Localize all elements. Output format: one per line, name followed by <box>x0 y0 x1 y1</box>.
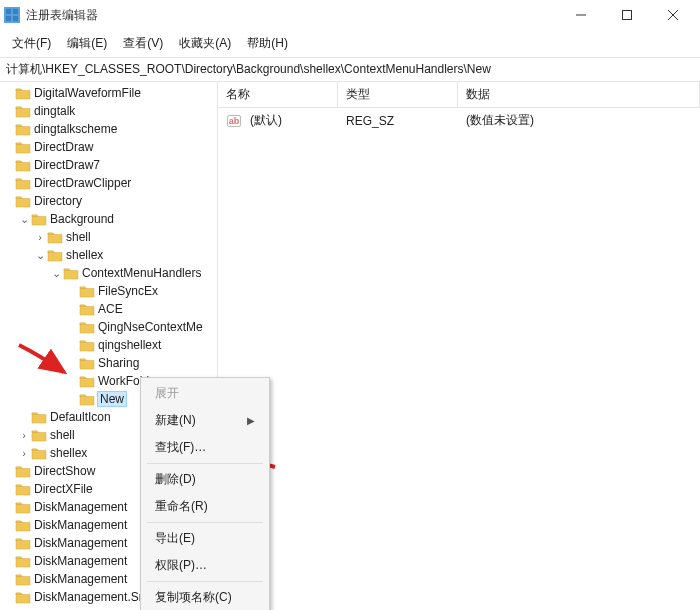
tree-node[interactable]: ›shell <box>0 228 217 246</box>
tree-node-label: Background <box>50 212 114 226</box>
column-type[interactable]: 类型 <box>338 82 458 107</box>
tree-node[interactable]: ⌄ContextMenuHandlers <box>0 264 217 282</box>
tree-node-label: FileSyncEx <box>98 284 158 298</box>
folder-icon <box>15 554 31 568</box>
svg-rect-1 <box>13 9 18 14</box>
tree-node[interactable]: DirectDraw7 <box>0 156 217 174</box>
folder-icon <box>15 464 31 478</box>
tree-node-label: DiskManagement <box>34 518 127 532</box>
folder-icon <box>15 140 31 154</box>
tree-node-label: DirectDrawClipper <box>34 176 131 190</box>
cm-find[interactable]: 查找(F)… <box>143 434 267 461</box>
tree-node-label: shellex <box>50 446 87 460</box>
svg-rect-5 <box>623 11 632 20</box>
column-name[interactable]: 名称 <box>218 82 338 107</box>
folder-icon <box>15 482 31 496</box>
tree-node[interactable]: DigitalWaveformFile <box>0 84 217 102</box>
svg-rect-0 <box>6 9 11 14</box>
svg-rect-2 <box>6 16 11 21</box>
tree-node-label: DirectDraw <box>34 140 93 154</box>
tree-node-label: shellex <box>66 248 103 262</box>
list-pane[interactable]: 名称 类型 数据 ab(默认)REG_SZ(数值未设置) <box>218 82 700 610</box>
menu-edit[interactable]: 编辑(E) <box>59 32 115 55</box>
folder-icon <box>15 590 31 604</box>
tree-node[interactable]: DirectDraw <box>0 138 217 156</box>
menu-help[interactable]: 帮助(H) <box>239 32 296 55</box>
tree-node-label: DiskManagement <box>34 536 127 550</box>
folder-icon <box>31 212 47 226</box>
collapse-icon[interactable]: ⌄ <box>50 267 62 280</box>
minimize-button[interactable] <box>558 0 604 30</box>
cell-type: REG_SZ <box>342 112 462 130</box>
maximize-button[interactable] <box>604 0 650 30</box>
folder-icon <box>79 392 95 406</box>
cm-delete[interactable]: 删除(D) <box>143 466 267 493</box>
tree-node-label: DigitalWaveformFile <box>34 86 141 100</box>
expand-icon[interactable]: › <box>18 447 30 459</box>
collapse-icon[interactable]: ⌄ <box>34 249 46 262</box>
menu-file[interactable]: 文件(F) <box>4 32 59 55</box>
window-title: 注册表编辑器 <box>26 7 558 24</box>
tree-node-label: Sharing <box>98 356 139 370</box>
folder-icon <box>15 122 31 136</box>
cm-separator <box>147 522 263 523</box>
list-header: 名称 类型 数据 <box>218 82 700 108</box>
cm-separator <box>147 581 263 582</box>
svg-rect-3 <box>13 16 18 21</box>
tree-node-label: DiskManagement <box>34 572 127 586</box>
folder-icon <box>15 104 31 118</box>
tree-node-label: DiskManagement <box>34 554 127 568</box>
folder-icon <box>63 266 79 280</box>
tree-node[interactable]: dingtalk <box>0 102 217 120</box>
folder-icon <box>15 572 31 586</box>
tree-node[interactable]: ⌄shellex <box>0 246 217 264</box>
menu-view[interactable]: 查看(V) <box>115 32 171 55</box>
folder-icon <box>79 284 95 298</box>
folder-icon <box>15 194 31 208</box>
close-button[interactable] <box>650 0 696 30</box>
submenu-arrow-icon: ▶ <box>247 415 255 426</box>
tree-node[interactable]: QingNseContextMe <box>0 318 217 336</box>
tree-node[interactable]: Directory <box>0 192 217 210</box>
cm-expand: 展开 <box>143 380 267 407</box>
folder-icon <box>15 500 31 514</box>
column-data[interactable]: 数据 <box>458 82 700 107</box>
context-menu: 展开 新建(N)▶ 查找(F)… 删除(D) 重命名(R) 导出(E) 权限(P… <box>140 377 270 610</box>
tree-node-label: DirectShow <box>34 464 95 478</box>
cm-new[interactable]: 新建(N)▶ <box>143 407 267 434</box>
folder-icon <box>31 410 47 424</box>
expand-icon[interactable]: › <box>18 429 30 441</box>
tree-node[interactable]: DirectDrawClipper <box>0 174 217 192</box>
cm-export[interactable]: 导出(E) <box>143 525 267 552</box>
tree-node[interactable]: Sharing <box>0 354 217 372</box>
tree-node-label: Directory <box>34 194 82 208</box>
list-body: ab(默认)REG_SZ(数值未设置) <box>218 108 700 133</box>
tree-node[interactable]: ACE <box>0 300 217 318</box>
cm-copy-key-name[interactable]: 复制项名称(C) <box>143 584 267 610</box>
cell-data: (数值未设置) <box>462 110 700 131</box>
address-bar[interactable]: 计算机\HKEY_CLASSES_ROOT\Directory\Backgrou… <box>0 58 700 82</box>
folder-icon <box>47 230 63 244</box>
cell-name: (默认) <box>246 110 342 131</box>
content-area: DigitalWaveformFiledingtalkdingtalkschem… <box>0 82 700 610</box>
expand-icon[interactable]: › <box>34 231 46 243</box>
menu-favorites[interactable]: 收藏夹(A) <box>171 32 239 55</box>
folder-icon <box>79 320 95 334</box>
collapse-icon[interactable]: ⌄ <box>18 213 30 226</box>
tree-node-label: DiskManagement <box>34 500 127 514</box>
folder-icon <box>15 86 31 100</box>
app-icon <box>4 7 20 23</box>
list-row[interactable]: ab(默认)REG_SZ(数值未设置) <box>218 108 700 133</box>
tree-node[interactable]: dingtalkscheme <box>0 120 217 138</box>
tree-node[interactable]: qingshellext <box>0 336 217 354</box>
title-bar: 注册表编辑器 <box>0 0 700 30</box>
cm-rename[interactable]: 重命名(R) <box>143 493 267 520</box>
tree-node[interactable]: ⌄Background <box>0 210 217 228</box>
cm-permissions[interactable]: 权限(P)… <box>143 552 267 579</box>
tree-node[interactable]: FileSyncEx <box>0 282 217 300</box>
folder-icon <box>31 428 47 442</box>
tree-node-label: DirectXFile <box>34 482 93 496</box>
cm-separator <box>147 463 263 464</box>
folder-icon <box>15 536 31 550</box>
menu-bar: 文件(F) 编辑(E) 查看(V) 收藏夹(A) 帮助(H) <box>0 30 700 58</box>
